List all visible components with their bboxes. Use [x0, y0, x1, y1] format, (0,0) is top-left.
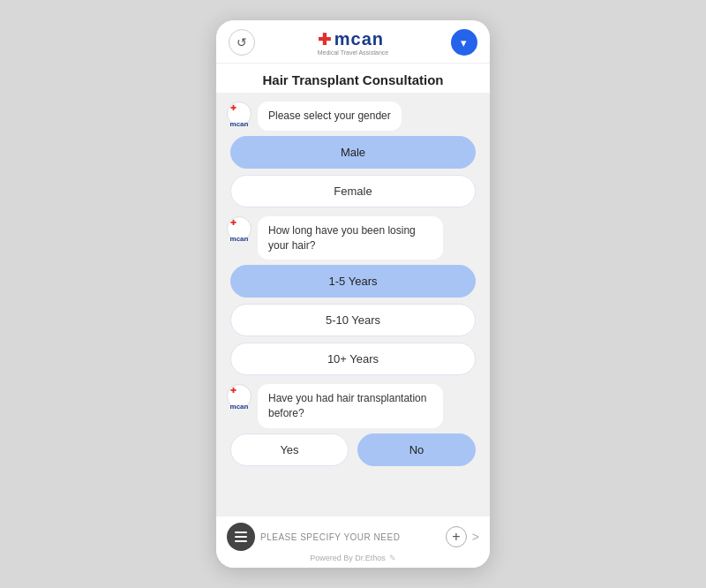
avatar-text-3: mcan	[230, 403, 249, 411]
bottom-bar: PLEASE SPECIFY YOUR NEED + > Powered By …	[216, 516, 490, 568]
dropdown-button[interactable]: ▾	[451, 29, 477, 56]
avatar: ✚ mcan	[227, 102, 252, 126]
logo: ✚ mcan Medical Travel Assistance	[318, 29, 389, 56]
page-title: Hair Transplant Consultation	[216, 64, 490, 93]
option-yes[interactable]: Yes	[230, 433, 349, 466]
menu-button[interactable]	[227, 523, 255, 551]
hair-loss-options: 1-5 Years 5-10 Years 10+ Years	[227, 265, 479, 375]
chevron-right-icon[interactable]: >	[472, 530, 479, 544]
add-icon: +	[452, 529, 460, 545]
option-10plus-years[interactable]: 10+ Years	[230, 343, 476, 375]
powered-by-text: Powered By Dr.Ethos	[310, 554, 386, 562]
refresh-button[interactable]: ↺	[229, 29, 255, 56]
edit-icon: ✎	[389, 554, 396, 562]
chat-area: ✚ mcan Please select your gender Male Fe…	[216, 93, 490, 516]
option-male[interactable]: Male	[230, 136, 476, 169]
option-5-10years[interactable]: 5-10 Years	[230, 304, 476, 336]
hair-loss-message-row: ✚ mcan How long have you been losing you…	[227, 216, 479, 260]
logo-tagline: Medical Travel Assistance	[318, 49, 389, 56]
gender-question: Please select your gender	[258, 102, 402, 131]
transplant-block: ✚ mcan Have you had hair transplantation…	[227, 384, 479, 466]
menu-lines-icon	[235, 531, 247, 542]
phone-header: ↺ ✚ mcan Medical Travel Assistance ▾	[216, 20, 490, 64]
bottom-input-row: PLEASE SPECIFY YOUR NEED + >	[227, 523, 479, 551]
avatar-text: mcan	[230, 120, 249, 128]
transplant-message-row: ✚ mcan Have you had hair transplantation…	[227, 384, 479, 428]
gender-message-row: ✚ mcan Please select your gender	[227, 102, 479, 131]
option-no[interactable]: No	[357, 433, 476, 466]
option-female[interactable]: Female	[230, 175, 476, 207]
gender-block: ✚ mcan Please select your gender Male Fe…	[227, 102, 479, 207]
yes-no-group: Yes No	[227, 433, 479, 466]
avatar-cross: ✚	[230, 104, 237, 112]
avatar-2: ✚ mcan	[227, 216, 252, 241]
avatar-text-2: mcan	[230, 235, 249, 243]
option-1-5years[interactable]: 1-5 Years	[230, 265, 476, 298]
transplant-question: Have you had hair transplantation before…	[258, 384, 443, 428]
hair-loss-block: ✚ mcan How long have you been losing you…	[227, 216, 479, 376]
phone-container: ↺ ✚ mcan Medical Travel Assistance ▾ Hai…	[216, 20, 490, 568]
gender-options: Male Female	[227, 136, 479, 207]
specify-label: PLEASE SPECIFY YOUR NEED	[260, 532, 440, 542]
avatar-cross-2: ✚	[230, 219, 237, 227]
powered-by: Powered By Dr.Ethos ✎	[227, 553, 479, 562]
avatar-3: ✚ mcan	[227, 384, 252, 409]
dropdown-icon: ▾	[461, 36, 467, 49]
add-button[interactable]: +	[446, 526, 467, 547]
logo-cross-icon: ✚	[318, 30, 331, 49]
logo-text: mcan	[334, 29, 384, 49]
refresh-icon: ↺	[237, 35, 247, 49]
avatar-cross-3: ✚	[230, 387, 237, 395]
hair-loss-question: How long have you been losing your hair?	[258, 216, 443, 260]
